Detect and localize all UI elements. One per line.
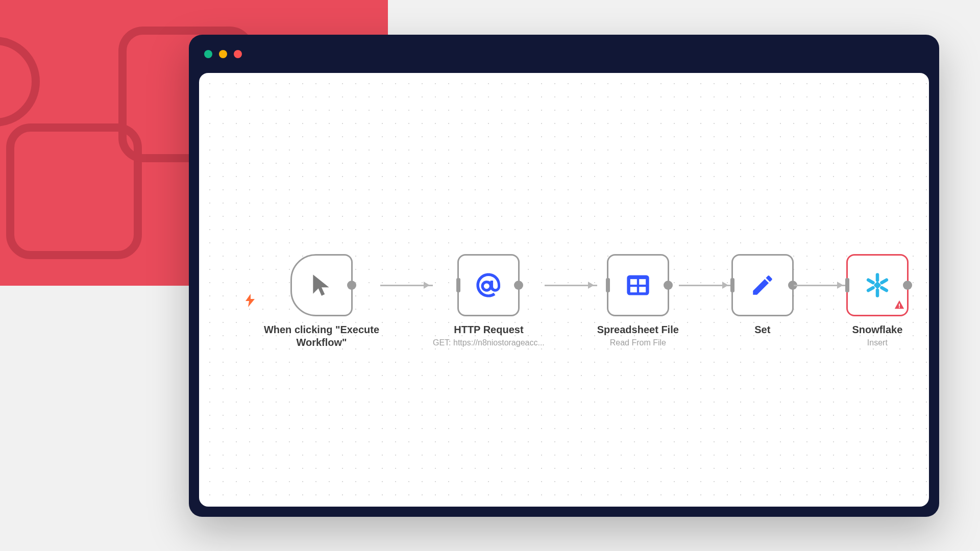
connector [545, 254, 597, 316]
svg-rect-11 [879, 278, 889, 285]
node-subtitle: GET: https://n8niostorageacc... [433, 338, 545, 347]
svg-rect-7 [630, 287, 637, 292]
node-title: Snowflake [852, 323, 902, 336]
node-trigger[interactable]: When clicking "Execute Workflow" [263, 254, 380, 349]
arrow-icon [837, 282, 843, 289]
svg-rect-14 [879, 285, 889, 292]
connector [794, 254, 846, 316]
input-port[interactable] [845, 278, 849, 292]
node-title: Spreadsheet File [597, 323, 679, 336]
node-snowflake[interactable]: Snowflake Insert [846, 254, 909, 347]
window-titlebar [189, 35, 939, 73]
snowflake-icon [864, 272, 891, 298]
at-icon [474, 270, 503, 300]
node-spreadsheet-file[interactable]: Spreadsheet File Read From File [597, 254, 679, 347]
node-subtitle: Insert [867, 338, 888, 347]
connector [679, 254, 731, 316]
connector [380, 254, 433, 316]
node-http-request[interactable]: HTTP Request GET: https://n8niostorageac… [433, 254, 545, 347]
svg-rect-8 [639, 287, 646, 292]
workflow-row: When clicking "Execute Workflow" HTTP Re… [263, 254, 909, 349]
svg-rect-9 [876, 273, 879, 282]
node-subtitle: Read From File [610, 338, 666, 347]
output-port[interactable] [514, 281, 523, 290]
node-title: Set [754, 323, 770, 336]
pencil-icon [750, 272, 775, 298]
svg-rect-12 [866, 285, 875, 292]
svg-point-2 [0, 41, 36, 122]
input-port[interactable] [606, 278, 610, 292]
node-set[interactable]: Set [731, 254, 794, 336]
output-port[interactable] [664, 281, 673, 290]
traffic-light-minimize[interactable] [219, 50, 227, 58]
arrow-icon [588, 282, 594, 289]
app-window: When clicking "Execute Workflow" HTTP Re… [189, 35, 939, 517]
output-port[interactable] [347, 281, 356, 290]
svg-rect-13 [866, 278, 875, 285]
svg-rect-0 [10, 128, 138, 255]
table-icon [625, 272, 651, 298]
output-port[interactable] [903, 281, 912, 290]
svg-rect-16 [899, 304, 900, 307]
node-title: HTTP Request [454, 323, 523, 336]
svg-rect-10 [876, 289, 879, 297]
input-port[interactable] [730, 278, 734, 292]
workflow-canvas[interactable]: When clicking "Execute Workflow" HTTP Re… [199, 73, 929, 507]
node-title: When clicking "Execute Workflow" [263, 323, 380, 349]
traffic-light-maximize[interactable] [234, 50, 242, 58]
arrow-icon [722, 282, 728, 289]
svg-rect-5 [630, 279, 637, 285]
traffic-light-close[interactable] [204, 50, 212, 58]
warning-icon [894, 299, 905, 313]
svg-rect-6 [639, 279, 646, 285]
svg-rect-17 [899, 307, 900, 308]
arrow-icon [424, 282, 430, 289]
cursor-icon [309, 272, 334, 298]
input-port[interactable] [456, 278, 460, 292]
bolt-icon [246, 294, 255, 309]
